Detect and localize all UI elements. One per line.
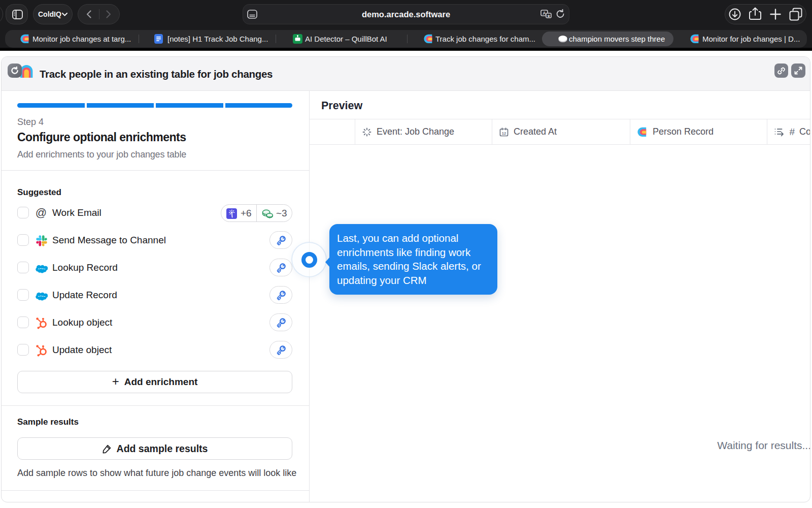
svg-text:★: ★: [547, 14, 551, 18]
svg-text:12: 12: [502, 131, 506, 136]
svg-text:A: A: [543, 11, 546, 16]
